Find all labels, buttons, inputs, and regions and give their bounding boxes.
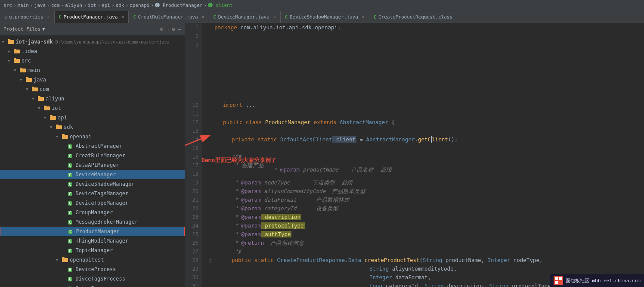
tree-item-MessageBrokerManager[interactable]: C MessageBrokerManager [0,217,185,227]
tree-item-java[interactable]: ▼ java [0,75,185,84]
panel-close-icon[interactable]: — [178,26,181,32]
tree-item-iot[interactable]: ▼ iot [0,103,185,113]
tree-item-DataAPIManager[interactable]: C DataAPIManager [0,160,185,170]
tree-item-src[interactable]: ▼ src [0,56,185,66]
tab-g-properties-close[interactable]: × [47,15,50,19]
code-line-23: * @param description [206,213,641,221]
tree-path-root: D:\demo\yunduanapi\iotx-api-demo-master\… [56,40,170,44]
tab-create-product-request-label: CreateProductRequest.class [378,14,452,20]
tree-item-api[interactable]: ▼ api [0,113,185,122]
tree-item-CreatRuleManager[interactable]: C CreatRuleManager [0,151,185,160]
code-line-11 [206,109,641,118]
tab-product-manager-label: ProductManager.java [64,14,118,20]
breadcrumb-main[interactable]: main [18,3,29,8]
breadcrumb-iot[interactable]: iot [88,3,96,8]
code-editor[interactable]: 1 2 3 10 11 12 13 14 15 16 17 18 19 20 [185,23,644,287]
panel-settings-icon[interactable]: ⚙ [172,26,175,32]
tab-creat-rule-manager-close[interactable]: × [202,15,204,19]
tree-item-DivceTagsProcess[interactable]: G DivceTagsProcess [0,274,185,284]
svg-rect-23 [62,257,65,259]
expand-arrow-main[interactable]: ▼ [14,68,20,72]
code-line-7 [206,75,641,84]
tab-create-product-request[interactable]: C CreateProductRequest.class [369,11,457,23]
expand-arrow-com[interactable]: ▼ [26,87,32,91]
breadcrumb-productmanager[interactable]: 🅒 ProductManager [155,3,202,8]
expand-arrow-openapi[interactable]: ▼ [56,134,62,139]
code-line-5 [206,58,641,66]
code-line-22: * @param categoryId 设备类型 [206,204,641,213]
folder-icon-com [32,86,38,93]
tab-device-shadow-manager[interactable]: C DeviceShadowManager.java × [281,11,369,23]
tree-label-ProductManager: ProductManager [76,228,119,234]
tab-creat-rule-manager[interactable]: C CreatRuleManager.java × [129,11,209,23]
tree-item-main[interactable]: ▼ main [0,66,185,75]
expand-arrow-src[interactable]: ▼ [8,59,14,63]
tree-item-DeviceShadowManager[interactable]: C DeviceShadowManager [0,179,185,189]
project-panel: Project Files ▼ ⊕ ⇒ ⚙ — ▼ iot-java-sdk D… [0,23,185,287]
breadcrumb-bar: src › main › java › com › aliyun › iot ›… [0,0,644,11]
tree-item-AbstractManager[interactable]: C AbstractManager [0,141,185,151]
panel-header: Project Files ▼ ⊕ ⇒ ⚙ — [0,23,185,35]
panel-dropdown-icon[interactable]: ▼ [42,26,45,32]
tree-item-aliyun[interactable]: ▼ aliyun [0,94,185,103]
tab-device-manager[interactable]: C DeviceManager.java × [209,11,281,23]
tab-product-manager-close[interactable]: × [121,15,124,19]
tree-item-ProductManager[interactable]: C ProductManager [0,227,185,236]
tree-item-com[interactable]: ▼ com [0,84,185,94]
panel-title: Project Files ▼ [3,26,45,32]
breadcrumb-sdk[interactable]: sdk [116,3,124,8]
expand-arrow-idea[interactable]: ▶ [8,49,14,53]
tree-item-GroupProcess[interactable]: G GroupProcess [0,284,185,287]
tree-item-DeviceManager[interactable]: C DeviceManager [0,170,185,179]
svg-rect-31 [555,277,558,280]
expand-arrow-aliyun[interactable]: ▼ [32,97,38,101]
tree-label-DeviceTagsManager: DeviceTagsManager [75,190,128,197]
tree-item-openapi[interactable]: ▼ openapi [0,132,185,141]
expand-arrow-java[interactable]: ▼ [20,78,26,82]
tree-item-DeviceProcess[interactable]: G DeviceProcess [0,265,185,274]
breadcrumb-client: 🅒 client [208,3,232,8]
code-line-18: * @param productName 产品名称 必须 Demo里面已经为大家… [206,170,641,178]
breadcrumb-aliyun[interactable]: aliyun [65,3,82,8]
tree-item-iot-java-sdk[interactable]: ▼ iot-java-sdk D:\demo\yunduanapi\iotx-a… [0,37,185,47]
breadcrumb-openapi[interactable]: openapi [130,3,149,8]
tree-label-src: src [22,58,31,64]
svg-rect-32 [559,277,562,280]
breadcrumb-com[interactable]: com [51,3,60,8]
tab-device-manager-close[interactable]: × [273,15,276,19]
tree-label-TopicManager: TopicManager [75,247,113,253]
tree-label-openapi: openapi [70,134,92,140]
tree-item-openapitest[interactable]: ▼ openapitest [0,255,185,265]
svg-rect-34 [559,281,562,284]
panel-expand-icon[interactable]: ⇒ [166,26,170,32]
breadcrumb-api[interactable]: api [102,3,110,8]
tab-product-manager[interactable]: C ProductManager.java × [55,11,129,23]
code-line-21: * @param dataFormat 产品数据格式 [206,196,641,204]
folder-icon-sdk [56,124,62,131]
expand-arrow-api[interactable]: ▼ [44,115,50,120]
tab-g-properties[interactable]: g g.properties × [0,11,55,23]
svg-rect-5 [14,58,16,60]
folder-icon-api [50,115,56,121]
breadcrumb-src[interactable]: src [3,3,12,8]
tree-item-idea[interactable]: ▶ .idea [0,47,185,56]
tab-device-shadow-manager-close[interactable]: × [362,15,365,19]
breadcrumb-java[interactable]: java [34,3,46,8]
tree-item-sdk[interactable]: ▼ sdk [0,122,185,132]
tree-item-DeviceTagsManager[interactable]: C DeviceTagsManager [0,189,185,198]
expand-arrow-root[interactable]: ▼ [2,40,8,44]
expand-arrow-iot[interactable]: ▼ [38,106,44,110]
tab-bar: g g.properties × C ProductManager.java ×… [0,11,644,23]
tree-item-DeviceTopoManager[interactable]: C DeviceTopoManager [0,198,185,208]
class-icon-DeviceShadowManager: C [68,181,72,187]
folder-icon-iot [44,105,50,112]
expand-arrow-openapitest[interactable]: ▼ [56,258,62,262]
tree-item-ThingModelManager[interactable]: C ThingModelManager [0,236,185,246]
tree-label-sdk: sdk [64,124,73,130]
tree-item-GroupManager[interactable]: C GroupManager [0,208,185,217]
panel-locate-icon[interactable]: ⊕ [160,26,164,32]
class-icon-GroupProcess: G [68,285,72,287]
tree-item-TopicManager[interactable]: C TopicManager [0,246,185,255]
expand-arrow-sdk[interactable]: ▼ [50,125,56,129]
code-line-4 [206,49,641,58]
